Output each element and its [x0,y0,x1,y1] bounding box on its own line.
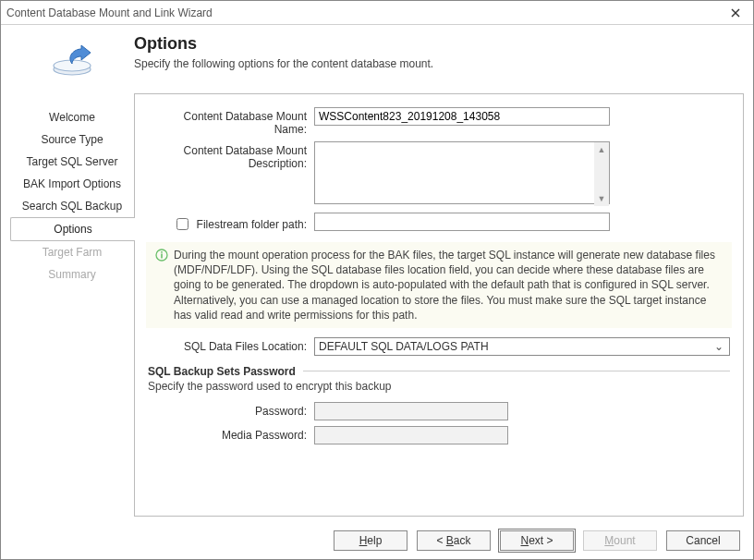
back-button[interactable]: < Back [417,530,491,551]
wizard-sidebar: Welcome Source Type Target SQL Server BA… [10,93,134,517]
sidebar-item-options[interactable]: Options [10,217,135,241]
close-button[interactable] [724,4,748,22]
options-panel: Content Database Mount Name: Content Dat… [134,93,744,517]
media-password-label: Media Password: [148,426,314,442]
section-divider [303,371,730,371]
scroll-up-icon: ▲ [594,142,609,157]
sidebar-item-bak-import-options[interactable]: BAK Import Options [10,173,134,195]
sidebar-item-target-sql-server[interactable]: Target SQL Server [10,151,134,173]
window-title: Content Database Mount and Link Wizard [6,6,724,19]
filestream-checkbox[interactable] [176,218,188,230]
help-button[interactable]: Help [334,530,407,551]
mount-desc-textarea[interactable] [314,141,610,204]
filestream-path-input[interactable] [314,213,610,231]
footer: Help < Back Next > Mount Cancel [1,522,753,559]
titlebar: Content Database Mount and Link Wizard [1,1,753,25]
wizard-window: Content Database Mount and Link Wizard O… [0,0,754,560]
svg-rect-6 [161,251,163,253]
info-text: During the mount operation process for t… [174,248,723,323]
filestream-label: Filestream folder path: [197,218,307,231]
backupsets-title: SQL Backup Sets Password [148,365,296,378]
sql-location-select[interactable]: DEFAULT SQL DATA/LOGS PATH ⌄ [314,337,730,356]
mount-desc-label: Content Database Mount Description: [148,141,314,170]
chevron-down-icon: ⌄ [712,340,725,353]
svg-rect-5 [161,254,163,259]
page-title: Options [134,34,433,54]
cancel-button[interactable]: Cancel [666,530,740,551]
password-input[interactable] [314,402,508,420]
sql-location-label: SQL Data Files Location: [148,337,314,353]
scroll-down-icon: ▼ [594,191,609,206]
page-subtitle: Specify the following options for the co… [134,57,433,70]
sql-location-value: DEFAULT SQL DATA/LOGS PATH [319,340,712,353]
info-box: During the mount operation process for t… [146,242,732,328]
backupsets-section-header: SQL Backup Sets Password [148,365,730,378]
next-button[interactable]: Next > [500,530,574,551]
password-label: Password: [148,402,314,418]
wizard-icon [14,34,134,90]
header: Options Specify the following options fo… [1,25,753,93]
textarea-scrollbar[interactable]: ▲ ▼ [594,142,609,206]
backupsets-subtitle: Specify the password used to encrypt thi… [148,380,730,393]
info-icon [155,248,174,323]
sidebar-item-welcome[interactable]: Welcome [10,106,134,128]
media-password-input[interactable] [314,426,508,444]
sidebar-item-source-type[interactable]: Source Type [10,128,134,151]
sidebar-item-target-farm: Target Farm [10,241,134,263]
sidebar-item-search-sql-backup[interactable]: Search SQL Backup [10,195,134,217]
mount-name-input[interactable] [314,107,610,126]
mount-name-label: Content Database Mount Name: [148,107,314,136]
sidebar-item-summary: Summary [10,263,134,286]
close-icon [731,8,740,18]
mount-button: Mount [583,530,657,551]
